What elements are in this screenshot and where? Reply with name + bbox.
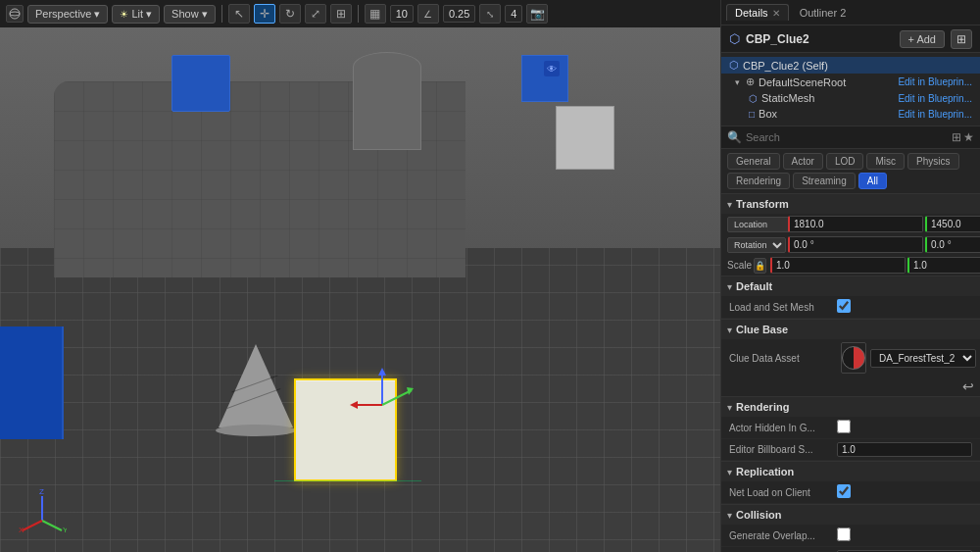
edit-blueprint-2[interactable]: Edit in Blueprin... — [898, 93, 972, 104]
location-x[interactable] — [788, 216, 923, 232]
blue-cube-far — [172, 55, 230, 112]
scale-inputs — [770, 257, 980, 274]
properties-grid-icon[interactable]: ⊞ — [952, 130, 961, 144]
main-container: Perspective ▾ ☀ Lit ▾ Show ▾ ↖ ✛ ↻ ⤢ ⊞ ▦… — [0, 0, 980, 552]
search-input[interactable] — [746, 131, 948, 143]
filter-rendering[interactable]: Rendering — [727, 173, 790, 189]
filter-all[interactable]: All — [858, 173, 887, 189]
default-header[interactable]: ▾ Default — [721, 276, 980, 296]
perspective-button[interactable]: Perspective ▾ — [27, 5, 108, 24]
translate-mode-icon[interactable]: ✛ — [254, 4, 275, 24]
angle-snap-icon[interactable]: ∠ — [417, 4, 439, 24]
rotation-row: Rotation ↩ — [721, 234, 980, 255]
location-y[interactable] — [925, 216, 980, 232]
actor-hidden-checkbox[interactable] — [837, 420, 851, 433]
camera-icon[interactable]: 📷 — [526, 4, 548, 24]
filter-actor[interactable]: Actor — [783, 153, 823, 170]
rotation-dropdown[interactable]: Rotation — [727, 237, 786, 253]
add-button-label: + Add — [908, 33, 936, 45]
angle-value[interactable]: 0.25 — [443, 5, 475, 23]
generate-overlap-checkbox[interactable] — [837, 527, 851, 541]
scale-lock-btn[interactable]: 🔒 — [754, 258, 766, 274]
toolbar-separator-2 — [358, 5, 359, 23]
scale-snap-icon[interactable]: ⤡ — [479, 4, 501, 24]
undo-btn[interactable]: ↩ — [962, 378, 974, 394]
actor-hidden-value — [837, 420, 972, 435]
outliner-staticmesh-row[interactable]: ⬡ StaticMesh Edit in Blueprin... — [721, 90, 980, 106]
section-default: ▾ Default Load and Set Mesh — [721, 276, 980, 320]
snap-value[interactable]: 10 — [390, 5, 414, 23]
outliner-box-row[interactable]: □ Box Edit in Blueprin... — [721, 106, 980, 122]
show-arrow: ▾ — [202, 8, 208, 21]
transform-gizmo[interactable] — [348, 366, 416, 434]
toolbar-separator-1 — [221, 5, 222, 23]
viewport-toolbar: Perspective ▾ ☀ Lit ▾ Show ▾ ↖ ✛ ↻ ⤢ ⊞ ▦… — [0, 0, 720, 27]
filter-lod[interactable]: LOD — [826, 153, 864, 170]
svg-marker-3 — [378, 368, 386, 376]
component-icon: ⬡ — [729, 31, 740, 46]
scale-row: Scale 🔒 ↩ — [721, 255, 980, 276]
section-clue-base: ▾ Clue Base Clue Data Asset DA_ForestTes… — [721, 320, 980, 397]
self-icon: ⬡ — [729, 59, 739, 72]
scale-label-text: Scale — [727, 260, 752, 271]
add-button[interactable]: + Add — [900, 30, 945, 48]
clue-base-extra: ↩ — [721, 376, 980, 396]
load-set-mesh-checkbox[interactable] — [837, 299, 851, 313]
rendering-title: Rendering — [736, 401, 789, 413]
location-row: Location World Location ↩ — [721, 214, 980, 234]
asset-selector[interactable]: DA_ForestTest_2 — [870, 349, 976, 368]
editor-billboard-input[interactable] — [837, 442, 972, 457]
grid-snap-icon[interactable]: ▦ — [365, 4, 386, 24]
show-button[interactable]: Show ▾ — [164, 5, 216, 24]
rotation-label-container: Rotation — [727, 237, 786, 253]
edit-blueprint-1[interactable]: Edit in Blueprin... — [898, 76, 972, 87]
scale-mode-icon[interactable]: ⤢ — [305, 4, 326, 24]
transform-header[interactable]: ▾ Transform — [721, 194, 980, 214]
net-load-checkbox[interactable] — [837, 484, 851, 498]
tab-details[interactable]: Details ✕ — [726, 4, 789, 21]
filter-misc[interactable]: Misc — [866, 153, 905, 170]
filter-general[interactable]: General — [727, 153, 780, 170]
scale-value[interactable]: 4 — [505, 5, 522, 23]
lit-label: Lit — [131, 8, 143, 20]
clue-base-header[interactable]: ▾ Clue Base — [721, 320, 980, 339]
replication-header[interactable]: ▾ Replication — [721, 462, 980, 481]
layout-options-button[interactable]: ⊞ — [951, 29, 972, 49]
properties-lock-icon[interactable]: ★ — [963, 130, 974, 144]
filter-physics[interactable]: Physics — [907, 153, 958, 170]
svg-text:Y: Y — [63, 526, 67, 534]
scale-x[interactable] — [770, 257, 906, 274]
editor-billboard-row: Editor Billboard S... — [721, 439, 980, 461]
component-header: ⬡ CBP_Clue2 + Add ⊞ — [721, 25, 980, 53]
axis-indicator: Z Y X — [18, 486, 67, 537]
selection-line-h — [274, 480, 421, 481]
lit-button[interactable]: ☀ Lit ▾ — [112, 5, 160, 24]
rotation-x[interactable] — [788, 236, 923, 253]
scale-y[interactable] — [907, 257, 980, 274]
actor-hidden-label: Actor Hidden In G... — [729, 423, 837, 433]
collapse-arrow: ▾ — [735, 77, 740, 87]
rotation-y[interactable] — [925, 236, 980, 253]
rendering-header[interactable]: ▾ Rendering — [721, 397, 980, 417]
tab-outliner[interactable]: Outliner 2 — [791, 4, 856, 21]
collision-header[interactable]: ▾ Collision — [721, 505, 980, 525]
tab-details-close[interactable]: ✕ — [772, 8, 780, 19]
default-title: Default — [736, 280, 772, 292]
outliner-root-row[interactable]: ▾ ⊕ DefaultSceneRoot Edit in Blueprin... — [721, 74, 980, 90]
section-rendering: ▾ Rendering Actor Hidden In G... Editor … — [721, 397, 980, 462]
tab-outliner-label: Outliner 2 — [800, 7, 847, 19]
replication-title: Replication — [736, 466, 794, 477]
svg-marker-7 — [350, 401, 358, 409]
rotate-mode-icon[interactable]: ↻ — [279, 4, 301, 24]
lit-arrow: ▾ — [146, 8, 152, 21]
collision-title: Collision — [736, 509, 781, 521]
edit-blueprint-3[interactable]: Edit in Blueprin... — [898, 109, 972, 120]
load-set-mesh-row: Load and Set Mesh — [721, 296, 980, 319]
select-mode-icon[interactable]: ↖ — [228, 4, 250, 24]
transform-mode-icon[interactable]: ⊞ — [330, 4, 352, 24]
scene-canvas[interactable]: 👁 — [0, 27, 720, 552]
outliner-self-row[interactable]: ⬡ CBP_Clue2 (Self) — [721, 57, 980, 74]
show-label: Show — [172, 8, 199, 20]
viewport-perspective-icon[interactable] — [6, 5, 24, 23]
filter-streaming[interactable]: Streaming — [793, 173, 856, 189]
